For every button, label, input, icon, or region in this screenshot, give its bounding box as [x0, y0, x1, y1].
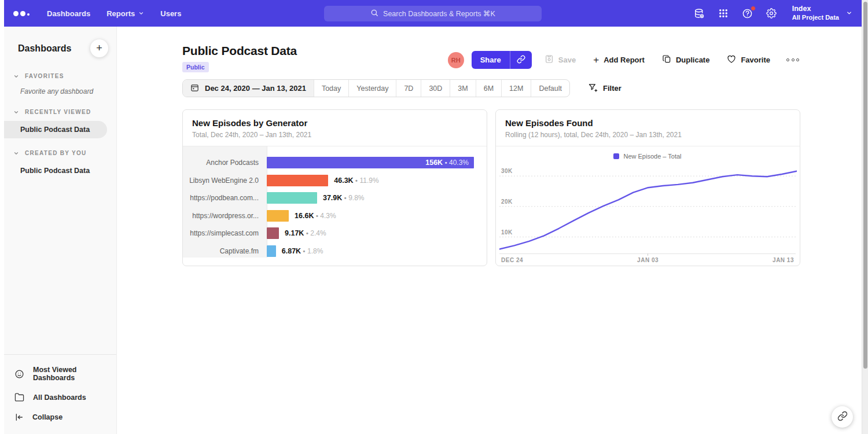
- bar-row: https://wordpress.or...16.6K • 4.3%: [183, 207, 487, 225]
- x-axis-tick-label: JAN 03: [637, 257, 659, 263]
- search-icon: [370, 9, 378, 19]
- copy-share-link-button[interactable]: [510, 51, 532, 69]
- nav-item-dashboards[interactable]: Dashboards: [47, 9, 90, 18]
- bar-row: Captivate.fm6.87K • 1.8%: [183, 242, 487, 260]
- chevron-down-icon: [13, 150, 19, 156]
- folder-icon: [14, 392, 24, 402]
- line-chart-title: New Episodes Found: [505, 118, 790, 128]
- nav-item-users[interactable]: Users: [160, 9, 181, 18]
- bar-value-label: 46.3K • 11.9%: [334, 176, 378, 185]
- project-selector[interactable]: Index All Project Data: [792, 5, 852, 21]
- y-axis-tick-label: 10K: [501, 229, 513, 236]
- bar-row: Anchor Podcasts156K • 40.3%: [183, 154, 487, 172]
- chevron-down-icon: [138, 9, 144, 18]
- desktop-edge-strip: [0, 0, 4, 434]
- search-placeholder: Search Dashboards & Reports ⌘K: [383, 9, 495, 18]
- data-sources-icon[interactable]: [694, 8, 705, 19]
- bar-chart: Anchor Podcasts156K • 40.3%Libsyn WebEng…: [183, 146, 487, 266]
- preset-30d[interactable]: 30D: [421, 80, 450, 97]
- preset-default[interactable]: Default: [531, 80, 569, 97]
- sidebar-section-favorites[interactable]: FAVORITES: [4, 67, 116, 84]
- y-axis-tick-label: 20K: [501, 198, 513, 205]
- more-options-button[interactable]: [785, 56, 800, 64]
- page-title: Public Podcast Data: [182, 44, 297, 58]
- save-button[interactable]: Save: [545, 54, 576, 65]
- preset-6m[interactable]: 6M: [476, 80, 502, 97]
- mixpanel-logo-icon[interactable]: [13, 10, 30, 16]
- line-chart-card: New Episodes Found Rolling (12 hours), t…: [495, 109, 800, 266]
- sidebar: Dashboards + FAVORITESFavorite any dashb…: [4, 27, 117, 434]
- header-actions: RH Share Save + A: [448, 51, 800, 69]
- sidebar-footer-all-dashboards[interactable]: All Dashboards: [4, 387, 116, 407]
- help-icon[interactable]: [742, 8, 753, 19]
- bar-value-label: 156K • 40.3%: [425, 159, 469, 167]
- bar-row: https://podbean.com...37.9K • 9.8%: [183, 189, 487, 207]
- bar-https-simplecast-com[interactable]: [267, 227, 279, 239]
- filter-button[interactable]: Filter: [588, 83, 621, 94]
- nav-item-reports[interactable]: Reports: [106, 9, 144, 18]
- apps-grid-icon[interactable]: [718, 8, 729, 19]
- public-badge: Public: [182, 62, 209, 72]
- share-button-group: Share: [472, 51, 532, 69]
- sidebar-item-public-podcast-data[interactable]: Public Podcast Data: [4, 121, 107, 138]
- duplicate-button[interactable]: Duplicate: [662, 54, 710, 65]
- chart-legend: New Episode – Total: [499, 150, 796, 163]
- preset-12m[interactable]: 12M: [502, 80, 531, 97]
- bar-value-label: 16.6K • 4.3%: [295, 212, 336, 220]
- bar-captivate-fm[interactable]: [267, 245, 276, 257]
- bar-category-label: https://simplecast.com: [183, 229, 267, 237]
- sidebar-title: Dashboards: [18, 43, 71, 54]
- sidebar-footer: Most Viewed DashboardsAll DashboardsColl…: [4, 354, 116, 434]
- app-window: DashboardsReportsUsers Search Dashboards…: [0, 0, 868, 434]
- bar-category-label: Captivate.fm: [183, 247, 267, 255]
- line-chart[interactable]: 10K20K30K: [499, 163, 796, 254]
- add-report-button[interactable]: + Add Report: [593, 55, 645, 65]
- date-range-segmented-control: Dec 24, 2020 — Jan 13, 2021 TodayYesterd…: [182, 79, 570, 97]
- preset-yesterday[interactable]: Yesterday: [349, 80, 396, 97]
- chevron-down-icon: [13, 73, 19, 79]
- search-input[interactable]: Search Dashboards & Reports ⌘K: [324, 6, 542, 21]
- bar-category-label: https://podbean.com...: [183, 194, 267, 202]
- add-dashboard-button[interactable]: +: [90, 39, 108, 57]
- preset-3m[interactable]: 3M: [450, 80, 476, 97]
- sidebar-section-recently-viewed[interactable]: RECENTLY VIEWED: [4, 102, 116, 120]
- bar-row: Libsyn WebEngine 2.046.3K • 11.9%: [183, 172, 487, 190]
- avatar[interactable]: RH: [448, 52, 464, 68]
- x-axis-labels: DEC 24JAN 03JAN 13: [499, 254, 796, 266]
- legend-label[interactable]: New Episode – Total: [623, 153, 681, 160]
- navbar-right: Index All Project Data: [694, 5, 852, 21]
- bar-https-wordpress-or[interactable]: [267, 210, 289, 222]
- project-name: Index: [792, 5, 839, 14]
- bar-libsyn-webengine-2-0[interactable]: [267, 175, 328, 186]
- bar-value-label: 9.17K • 2.4%: [285, 229, 326, 237]
- share-button[interactable]: Share: [472, 51, 510, 69]
- scrollbar-track[interactable]: [862, 0, 868, 434]
- smiley-icon: [14, 369, 24, 379]
- line-chart-subtitle: Rolling (12 hours), total, Dec 24th, 202…: [505, 131, 790, 139]
- preset-7d[interactable]: 7D: [396, 80, 421, 97]
- settings-gear-icon[interactable]: [766, 8, 777, 19]
- bar-chart-title: New Episodes by Generator: [192, 118, 477, 128]
- axis-tick: [648, 253, 648, 256]
- main-content: Public Podcast Data Public RH Share: [117, 27, 862, 434]
- sidebar-footer-collapse[interactable]: Collapse: [4, 407, 116, 427]
- project-scope: All Project Data: [792, 14, 839, 22]
- chevron-down-icon: [846, 8, 852, 19]
- sidebar-item-public-podcast-data[interactable]: Public Podcast Data: [4, 162, 107, 179]
- notification-badge: [751, 6, 756, 11]
- bar-category-label: Libsyn WebEngine 2.0: [183, 176, 267, 185]
- floating-share-link-button[interactable]: [832, 406, 853, 428]
- bar-https-podbean-com[interactable]: [267, 192, 317, 204]
- preset-today[interactable]: Today: [314, 80, 349, 97]
- top-navbar: DashboardsReportsUsers Search Dashboards…: [4, 0, 862, 27]
- sidebar-section-created-by-you[interactable]: CREATED BY YOU: [4, 144, 116, 161]
- date-range-button[interactable]: Dec 24, 2020 — Jan 13, 2021: [183, 80, 314, 97]
- bar-chart-card: New Episodes by Generator Total, Dec 24t…: [182, 109, 487, 266]
- x-axis-tick-label: JAN 13: [773, 257, 794, 263]
- scrollbar-thumb[interactable]: [863, 2, 867, 369]
- y-axis-tick-label: 30K: [501, 168, 513, 174]
- favorite-button[interactable]: Favorite: [727, 54, 770, 65]
- legend-swatch: [613, 153, 619, 159]
- bar-category-label: https://wordpress.or...: [183, 212, 267, 220]
- sidebar-footer-most-viewed-dashboards[interactable]: Most Viewed Dashboards: [4, 361, 116, 387]
